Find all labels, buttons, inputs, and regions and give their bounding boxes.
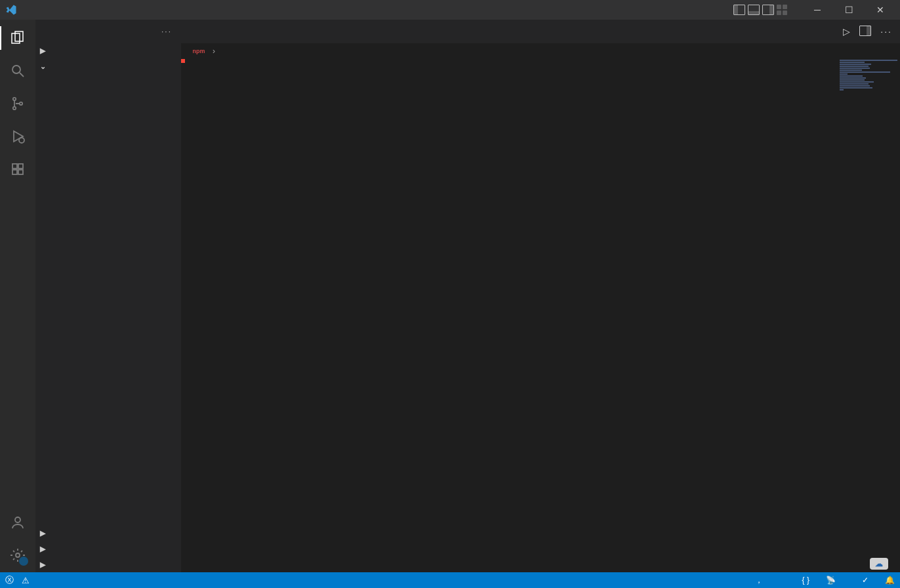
status-bell-icon[interactable]: 🔔 bbox=[885, 576, 895, 585]
title-bar: ─ ☐ ✕ bbox=[0, 0, 900, 20]
npm-scripts-section[interactable]: ▶ bbox=[35, 557, 181, 572]
svg-point-5 bbox=[13, 107, 16, 109]
svg-point-13 bbox=[15, 517, 20, 522]
status-bar: ⓧ ⚠ ， { } 📡 ✓ 🔔 bbox=[0, 572, 900, 588]
svg-rect-10 bbox=[18, 164, 23, 168]
breadcrumb[interactable]: npm › bbox=[181, 43, 900, 59]
sidebar-more-icon[interactable]: ··· bbox=[161, 27, 172, 36]
line-gutter bbox=[181, 59, 228, 572]
open-editors-section[interactable]: ▶ bbox=[35, 43, 181, 58]
window-controls: ─ ☐ ✕ bbox=[803, 0, 895, 20]
svg-point-14 bbox=[16, 553, 20, 557]
svg-rect-9 bbox=[12, 164, 17, 168]
settings-icon[interactable] bbox=[9, 546, 27, 564]
layout-grid-icon[interactable] bbox=[777, 5, 787, 15]
svg-rect-11 bbox=[12, 170, 17, 174]
svg-line-3 bbox=[20, 73, 24, 77]
sidebar-header: ··· bbox=[35, 20, 181, 43]
svg-point-4 bbox=[13, 98, 16, 100]
search-view-icon[interactable] bbox=[9, 62, 27, 80]
timeline-section[interactable]: ▶ bbox=[35, 541, 181, 557]
minimap[interactable] bbox=[837, 59, 900, 572]
editor-group: ▷ ··· npm › bbox=[181, 20, 900, 572]
toggle-secondary-icon[interactable] bbox=[762, 5, 774, 15]
svg-point-8 bbox=[19, 138, 24, 143]
code-content[interactable] bbox=[228, 59, 900, 572]
code-editor[interactable] bbox=[181, 59, 900, 572]
vscode-logo-icon bbox=[5, 4, 17, 16]
status-warnings[interactable]: ⚠ bbox=[22, 576, 32, 585]
extensions-view-icon[interactable] bbox=[9, 160, 27, 178]
svg-point-6 bbox=[20, 102, 22, 105]
run-debug-view-icon[interactable] bbox=[9, 127, 27, 146]
editor-actions: ▷ ··· bbox=[835, 20, 900, 43]
close-button[interactable]: ✕ bbox=[866, 0, 895, 20]
folder-root[interactable]: ⌄ bbox=[35, 58, 181, 74]
toggle-panel-icon[interactable] bbox=[748, 5, 760, 15]
source-control-view-icon[interactable] bbox=[9, 94, 27, 113]
activity-bar bbox=[0, 20, 35, 572]
status-language[interactable]: { } bbox=[802, 576, 817, 585]
explorer-view-icon[interactable] bbox=[9, 29, 27, 47]
layout-toggles bbox=[733, 5, 787, 15]
workbench: ··· ▶ ⌄ ▶ ▶ ▶ ▷ ··· npm bbox=[0, 20, 900, 572]
npm-icon: npm bbox=[193, 48, 205, 54]
split-editor-icon[interactable] bbox=[859, 26, 871, 38]
svg-rect-12 bbox=[18, 170, 23, 174]
watermark: ☁ bbox=[865, 559, 888, 568]
editor-tabs: ▷ ··· bbox=[181, 20, 900, 43]
run-icon[interactable]: ▷ bbox=[843, 26, 850, 37]
settings-badge bbox=[19, 557, 28, 566]
minimize-button[interactable]: ─ bbox=[803, 0, 832, 20]
svg-point-2 bbox=[12, 66, 20, 73]
more-actions-icon[interactable]: ··· bbox=[880, 26, 892, 37]
explorer-sidebar: ··· ▶ ⌄ ▶ ▶ ▶ bbox=[35, 20, 181, 572]
chevron-right-icon: › bbox=[213, 47, 215, 56]
outline-section[interactable]: ▶ bbox=[35, 525, 181, 541]
status-errors[interactable]: ⓧ bbox=[5, 574, 16, 586]
status-line-col[interactable]: ， bbox=[752, 575, 766, 586]
svg-marker-7 bbox=[14, 131, 23, 142]
status-prettier[interactable]: ✓ bbox=[862, 576, 876, 585]
toggle-sidebar-icon[interactable] bbox=[733, 5, 745, 15]
maximize-button[interactable]: ☐ bbox=[834, 0, 863, 20]
accounts-icon[interactable] bbox=[9, 513, 27, 532]
status-golive[interactable]: 📡 bbox=[826, 576, 843, 585]
